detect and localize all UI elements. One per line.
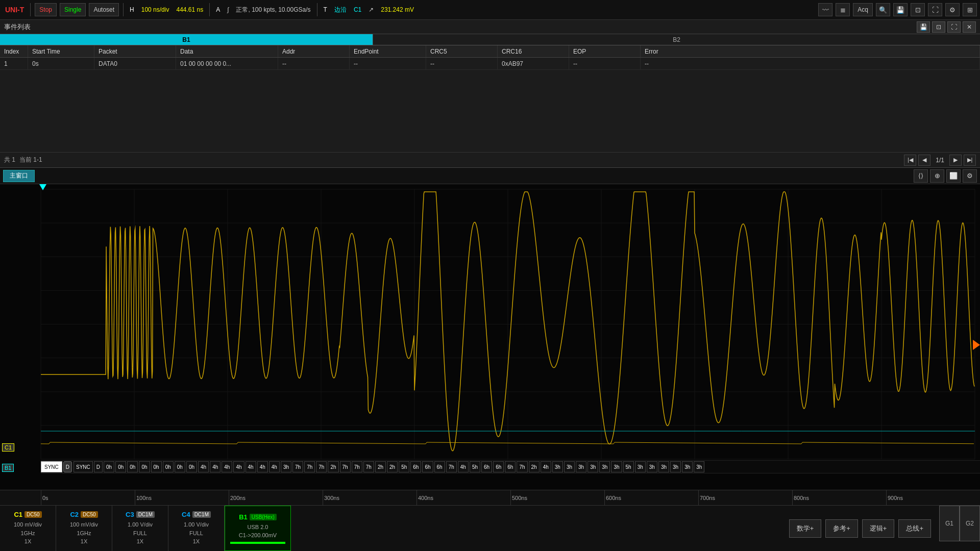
zoom-rect-button[interactable]: ⬜ xyxy=(946,169,961,183)
time-tick-0: 0s xyxy=(41,490,135,505)
d-token: D xyxy=(63,461,72,472)
col-error: Error xyxy=(641,45,980,57)
decode-token: 0h xyxy=(127,461,138,472)
decode-token: 7h xyxy=(316,461,327,472)
footer-total: 共 1 xyxy=(4,156,15,164)
time-tick-100: 100ns xyxy=(135,490,229,505)
waveform-canvas-area[interactable]: C1 B1 SYNC D SYNCD0h0h0h0h0h0h0h0h4h4h4h… xyxy=(0,184,980,505)
expand-events-button[interactable]: ⛶ xyxy=(947,21,961,33)
stop-button[interactable]: Stop xyxy=(35,3,57,16)
display-icon[interactable]: ⛶ xyxy=(928,3,942,16)
decode-token: 0h xyxy=(104,461,114,472)
acq-button[interactable]: Acq xyxy=(853,3,873,16)
bus-plus-button[interactable]: 总线+ xyxy=(898,519,931,538)
events-title-actions: 💾 ⊡ ⛶ ✕ xyxy=(917,21,976,33)
channel-c3-block[interactable]: C3 DC1M 1.00 V/div FULL 1X xyxy=(112,506,168,551)
c4-vdiv: 1.00 V/div xyxy=(184,520,209,529)
cell-addr: -- xyxy=(278,58,350,69)
decode-token: 3h xyxy=(682,461,693,472)
decode-token: 7h xyxy=(363,461,374,472)
logic-plus-button[interactable]: 逻辑+ xyxy=(862,519,895,538)
decode-token: 3h xyxy=(670,461,681,472)
next-page-button[interactable]: ▶ xyxy=(949,155,962,166)
main-window-tab[interactable]: 主窗口 xyxy=(3,170,35,182)
c2-bw: 1GHz xyxy=(70,529,98,538)
channel-bar-spacer xyxy=(291,506,781,551)
decode-token: 4h xyxy=(222,461,232,472)
time-tick-600: 600ns xyxy=(604,490,698,505)
decode-token: 6h xyxy=(493,461,504,472)
decode-token: 3h xyxy=(587,461,598,472)
channel-c4-block[interactable]: C4 DC1M 1.00 V/div FULL 1X xyxy=(168,506,225,551)
c2-probe: 1X xyxy=(70,537,98,546)
ref-plus-button[interactable]: 参考+ xyxy=(825,519,858,538)
save-events-button[interactable]: 💾 xyxy=(917,21,930,33)
save-icon[interactable]: 💾 xyxy=(893,3,908,16)
settings-icon[interactable]: ⚙ xyxy=(945,3,960,16)
channel-c1-block[interactable]: C1 DC50 100 mV/div 1GHz 1X xyxy=(0,506,56,551)
math-plus-button[interactable]: 数学+ xyxy=(789,519,822,538)
t-label: T xyxy=(322,6,329,13)
cell-error: -- xyxy=(641,58,980,69)
c1-bw: 1GHz xyxy=(14,529,42,538)
close-events-button[interactable]: ✕ xyxy=(963,21,976,33)
decode-token: 3h xyxy=(611,461,622,472)
decode-token: 7h xyxy=(292,461,303,472)
c4-info: 1.00 V/div FULL 1X xyxy=(184,520,209,546)
b1-badge: USB(Hex) xyxy=(250,514,277,520)
table-column-headers: Index Start Time Packet Data Addr EndPoi… xyxy=(0,45,980,58)
g2-button[interactable]: G2 xyxy=(960,506,980,541)
decode-token: D xyxy=(94,461,103,472)
g1-button[interactable]: G1 xyxy=(939,506,960,541)
autoset-button[interactable]: Autoset xyxy=(89,3,119,16)
waveform-area: 主窗口 ⟨⟩ ⊕ ⬜ ⚙ C1 B1 SYNC D SYNCD0h0h0h0h0… xyxy=(0,168,980,505)
copy-events-button[interactable]: ⊡ xyxy=(932,21,945,33)
decode-token: 6h xyxy=(422,461,433,472)
grid-icon[interactable]: ⊞ xyxy=(963,3,977,16)
fft-icon[interactable]: ≣ xyxy=(836,3,850,16)
col-packet: Packet xyxy=(94,45,176,57)
events-area: 事件列表 💾 ⊡ ⛶ ✕ B1 B2 Index Start Time Pack… xyxy=(0,20,980,168)
decode-token: 3h xyxy=(576,461,586,472)
trigger-marker xyxy=(39,184,46,190)
c4-name: C4 xyxy=(182,511,190,518)
cell-data: 01 00 00 00 00 0... xyxy=(176,58,278,69)
prev-page-button[interactable]: ◀ xyxy=(918,155,930,166)
col-addr: Addr xyxy=(278,45,350,57)
decode-token: 0h xyxy=(139,461,150,472)
decode-token: 2h xyxy=(328,461,338,472)
cursor-tool-button[interactable]: ⟨⟩ xyxy=(914,169,928,183)
col-start-time: Start Time xyxy=(28,45,94,57)
c3-name-row: C3 DC1M xyxy=(126,511,155,518)
c4-bw: FULL xyxy=(184,529,209,538)
first-page-button[interactable]: |◀ xyxy=(904,155,916,166)
measure-icon[interactable]: 〰 xyxy=(818,3,832,16)
decode-token: 4h xyxy=(246,461,256,472)
c1-channel-label: C1 xyxy=(2,443,14,452)
last-page-button[interactable]: ▶| xyxy=(964,155,976,166)
footer-current: 当前 1-1 xyxy=(19,156,42,164)
b1-status-bar xyxy=(230,542,285,544)
b1-name: B1 xyxy=(239,513,248,521)
cursor-icon[interactable]: ⊡ xyxy=(911,3,925,16)
search-icon[interactable]: 🔍 xyxy=(876,3,890,16)
single-button[interactable]: Single xyxy=(60,3,86,16)
decode-token: 5h xyxy=(399,461,409,472)
c2-name-row: C2 DC50 xyxy=(70,511,97,518)
table-bus-header: B1 B2 xyxy=(0,34,980,45)
table-rows: 1 0s DATA0 01 00 00 00 00 0... -- -- -- … xyxy=(0,58,980,152)
wave-info: 正常, 100 kpts, 10.00GSa/s xyxy=(234,6,312,14)
c3-info: 1.00 V/div FULL 1X xyxy=(128,520,153,546)
b1-source: C1->200.00mV xyxy=(239,531,277,540)
b1-protocol: USB 2.0 xyxy=(239,523,277,532)
decode-token: 4h xyxy=(541,461,551,472)
time-tick-900: 900ns xyxy=(886,490,980,505)
table-row[interactable]: 1 0s DATA0 01 00 00 00 00 0... -- -- -- … xyxy=(0,58,980,70)
waveform-settings-button[interactable]: ⚙ xyxy=(963,169,977,183)
table-footer: 共 1 当前 1-1 |◀ ◀ 1/1 ▶ ▶| xyxy=(0,152,980,167)
channel-b1-block[interactable]: B1 USB(Hex) USB 2.0 C1->200.00mV xyxy=(225,506,291,551)
channel-c2-block[interactable]: C2 DC50 100 mV/div 1GHz 1X xyxy=(56,506,112,551)
c1-vdiv: 100 mV/div xyxy=(14,520,42,529)
slope-icon: ↗ xyxy=(366,6,376,13)
zoom-in-button[interactable]: ⊕ xyxy=(930,169,944,183)
